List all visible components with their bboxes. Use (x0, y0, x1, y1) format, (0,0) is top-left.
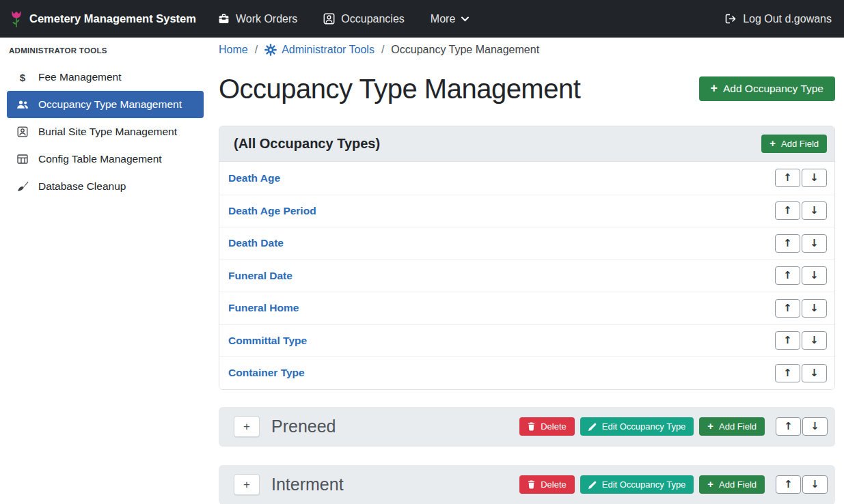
field-link[interactable]: Funeral Date (228, 270, 292, 282)
move-down-button[interactable]: ↓ (802, 201, 827, 220)
move-down-button[interactable]: ↓ (802, 299, 827, 318)
field-link[interactable]: Funeral Home (228, 302, 299, 314)
all-occupancy-types-header: (All Occupancy Types) + Add Field (219, 126, 834, 162)
main-content: Home / Admi (210, 38, 844, 504)
sidebar-heading: Administrator Tools (0, 46, 210, 55)
sidebar-item-config-table-management[interactable]: Config Table Management (7, 145, 204, 173)
arrow-up-icon: ↑ (783, 270, 792, 281)
field-link[interactable]: Committal Type (228, 335, 307, 347)
nav-occupancies-label: Occupancies (341, 13, 405, 25)
edit-occupancy-type-label: Edit Occupancy Type (602, 479, 686, 490)
edit-occupancy-type-button[interactable]: Edit Occupancy Type (580, 475, 694, 494)
occupancy-type-section-preneed: + Preneed Delete Edit Occupancy Type (219, 407, 835, 447)
sidebar-item-fee-management[interactable]: $ Fee Management (7, 64, 204, 91)
edit-occupancy-type-label: Edit Occupancy Type (602, 421, 686, 432)
move-down-button[interactable]: ↓ (802, 364, 827, 382)
nav-occupancies[interactable]: Occupancies (323, 13, 405, 25)
expand-button[interactable]: + (234, 474, 260, 495)
sidebar-item-occupancy-type-management[interactable]: Occupancy Type Management (7, 91, 204, 118)
plus-icon: + (770, 139, 776, 149)
gear-icon (264, 44, 277, 56)
table-icon (16, 154, 29, 165)
field-link[interactable]: Death Age (228, 172, 280, 184)
move-down-button[interactable]: ↓ (802, 234, 827, 253)
breadcrumb-home-link[interactable]: Home (219, 44, 248, 56)
field-row: Funeral Home ↑ ↓ (219, 292, 834, 324)
plus-icon: + (707, 421, 713, 432)
breadcrumb-admin-tools-link[interactable]: Administrator Tools (264, 44, 375, 56)
arrow-up-icon: ↑ (783, 173, 792, 183)
move-up-button[interactable]: ↑ (775, 364, 800, 382)
breadcrumb-admin-tools-label: Administrator Tools (282, 44, 375, 56)
add-occupancy-type-button[interactable]: + Add Occupancy Type (699, 76, 835, 101)
nav-more[interactable]: More (431, 13, 469, 25)
arrow-down-icon: ↓ (810, 238, 819, 249)
sidebar-item-label: Config Table Management (38, 153, 162, 165)
app-brand-label: Cemetery Management System (29, 12, 196, 25)
move-up-button[interactable]: ↑ (775, 266, 800, 285)
field-link[interactable]: Death Age Period (228, 205, 316, 217)
delete-button[interactable]: Delete (519, 417, 575, 436)
field-link[interactable]: Death Date (228, 237, 284, 249)
broom-icon (16, 181, 29, 192)
toolbox-icon (218, 13, 230, 25)
trash-icon (528, 480, 535, 489)
add-field-button[interactable]: + Add Field (761, 135, 827, 153)
add-field-label: Add Field (719, 479, 757, 490)
add-field-button[interactable]: + Add Field (699, 475, 765, 494)
expand-button[interactable]: + (234, 416, 260, 437)
plus-icon: + (707, 479, 713, 490)
reorder-controls: ↑ ↓ (775, 234, 827, 253)
logout-link[interactable]: Log Out d.gowans (725, 13, 832, 25)
title-row: Occupancy Type Management + Add Occupanc… (219, 72, 835, 105)
arrow-down-icon: ↓ (810, 303, 819, 313)
pencil-icon (588, 423, 597, 431)
arrow-up-icon: ↑ (783, 368, 792, 378)
arrow-down-icon: ↓ (811, 479, 819, 490)
add-field-label: Add Field (719, 421, 757, 432)
dollar-icon: $ (16, 72, 29, 83)
arrow-up-icon: ↑ (784, 421, 793, 432)
move-down-button[interactable]: ↓ (802, 331, 827, 350)
reorder-controls: ↑ ↓ (775, 331, 827, 350)
move-up-button[interactable]: ↑ (776, 475, 801, 494)
edit-occupancy-type-button[interactable]: Edit Occupancy Type (580, 417, 694, 436)
reorder-controls: ↑ ↓ (775, 299, 827, 318)
section-actions: Delete Edit Occupancy Type + Add Field ↑… (519, 475, 828, 494)
add-field-button[interactable]: + Add Field (699, 417, 765, 436)
arrow-up-icon: ↑ (783, 303, 792, 313)
move-up-button[interactable]: ↑ (775, 201, 800, 220)
move-down-button[interactable]: ↓ (802, 169, 827, 187)
logout-icon (725, 14, 737, 24)
field-link[interactable]: Container Type (228, 367, 305, 379)
sidebar-item-burial-site-type-management[interactable]: Burial Site Type Management (7, 118, 204, 145)
sidebar: Administrator Tools $ Fee Management Occ… (0, 38, 210, 504)
app-brand[interactable]: Cemetery Management System (10, 9, 196, 29)
move-up-button[interactable]: ↑ (775, 331, 800, 350)
arrow-down-icon: ↓ (810, 368, 819, 378)
move-down-button[interactable]: ↓ (802, 266, 827, 285)
trash-icon (528, 422, 535, 431)
section-title: Interment (271, 475, 344, 494)
arrow-up-icon: ↑ (783, 335, 792, 346)
field-row: Death Age Period ↑ ↓ (219, 195, 834, 227)
nav-more-label: More (431, 13, 455, 25)
delete-button[interactable]: Delete (519, 475, 575, 494)
person-frame-icon (323, 13, 335, 25)
page-layout: Administrator Tools $ Fee Management Occ… (0, 38, 844, 504)
field-row: Container Type ↑ ↓ (219, 356, 834, 389)
nav-work-orders[interactable]: Work Orders (218, 13, 297, 25)
move-up-button[interactable]: ↑ (776, 417, 801, 436)
move-up-button[interactable]: ↑ (775, 169, 800, 187)
card-title: (All Occupancy Types) (234, 136, 380, 152)
breadcrumb-separator: / (381, 44, 384, 56)
move-down-button[interactable]: ↓ (802, 417, 828, 436)
sidebar-item-database-cleanup[interactable]: Database Cleanup (7, 173, 204, 200)
reorder-controls: ↑ ↓ (775, 364, 827, 382)
occupancy-type-section-interment: + Interment Delete Edit Occupancy Type (219, 465, 835, 504)
move-up-button[interactable]: ↑ (775, 234, 800, 253)
move-up-button[interactable]: ↑ (775, 299, 800, 318)
reorder-controls: ↑ ↓ (775, 169, 827, 187)
arrow-down-icon: ↓ (810, 270, 819, 281)
move-down-button[interactable]: ↓ (802, 475, 828, 494)
